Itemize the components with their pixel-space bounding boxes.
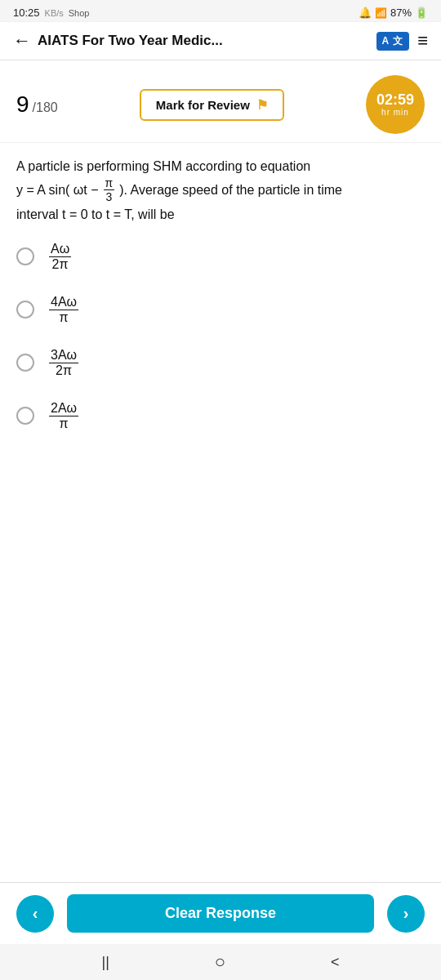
option-b-radio[interactable] [16,301,34,318]
option-b-fraction: 4Aω π [49,296,78,324]
battery-display: 87% [390,7,412,19]
question-number: 9 [16,91,29,118]
status-bar: 10:25 KB/s Shop 🔔 📶 87% 🔋 [0,0,441,22]
menu-button[interactable]: ≡ [417,30,428,51]
mark-review-label: Mark for Review [156,98,250,112]
question-equation: y = A sin( ωt − π 3 ). Average speed of … [16,177,425,203]
option-c-row[interactable]: 3Aω 2π [16,349,425,377]
network-label: KB/s [45,8,64,18]
alarm-icon: 🔔 [359,7,372,19]
question-header: 9 /180 Mark for Review ⚑ 02:59 hr min [0,60,441,142]
mark-for-review-button[interactable]: Mark for Review ⚑ [140,89,284,121]
question-out-of: /180 [33,100,58,115]
time-display: 10:25 [13,7,40,19]
pi-over-3: π 3 [104,177,115,203]
nav-bar: ← AIATS For Two Year Medic... A 文 ≡ [0,22,441,60]
option-a-fraction: Aω 2π [49,243,71,271]
option-c-content: 3Aω 2π [47,349,80,377]
android-nav-bar: || ○ < [0,944,441,980]
option-c-radio[interactable] [16,354,34,372]
option-a-row[interactable]: Aω 2π [16,243,425,271]
option-b-row[interactable]: 4Aω π [16,296,425,324]
options-container: Aω 2π 4Aω π 3Aω 2π 2Aω π [0,234,441,677]
option-d-fraction: 2Aω π [49,402,78,430]
nav-icons: A 文 ≡ [376,30,428,51]
question-text-3: interval t = 0 to t = T, will be [16,204,425,225]
content-spacer [0,676,441,882]
next-button[interactable]: › [387,895,425,933]
question-body: A particle is performing SHM according t… [0,142,441,234]
signal-icon: 📶 [375,7,387,19]
back-button[interactable]: ← [13,30,31,51]
option-a-content: Aω 2π [47,243,73,271]
android-recents-button[interactable]: || [101,954,109,971]
status-right: 🔔 📶 87% 🔋 [359,7,428,19]
question-text-1: A particle is performing SHM according t… [16,156,425,177]
battery-icon: 🔋 [415,7,428,19]
option-c-fraction: 3Aω 2π [49,349,78,377]
clear-response-button[interactable]: Clear Response [67,894,374,933]
nav-title: AIATS For Two Year Medic... [38,33,223,49]
prev-button[interactable]: ‹ [16,895,54,933]
timer-circle: 02:59 hr min [366,75,425,134]
status-left: 10:25 KB/s Shop [13,7,89,19]
translate-badge[interactable]: A 文 [376,32,410,51]
question-number-display: 9 /180 [16,91,58,118]
option-a-radio[interactable] [16,247,34,265]
bottom-bar: ‹ Clear Response › [0,882,441,944]
timer-unit-label: hr min [381,108,409,117]
option-d-row[interactable]: 2Aω π [16,402,425,430]
option-d-radio[interactable] [16,407,34,425]
equation-text: y = A sin( ωt − [16,180,99,201]
android-home-button[interactable]: ○ [215,951,225,973]
shop-label: Shop [69,8,90,18]
option-d-content: 2Aω π [47,402,80,430]
timer-value: 02:59 [376,92,414,109]
option-b-content: 4Aω π [47,296,80,324]
flag-icon: ⚑ [256,97,268,113]
android-back-button[interactable]: < [331,954,340,971]
nav-left: ← AIATS For Two Year Medic... [13,30,223,51]
